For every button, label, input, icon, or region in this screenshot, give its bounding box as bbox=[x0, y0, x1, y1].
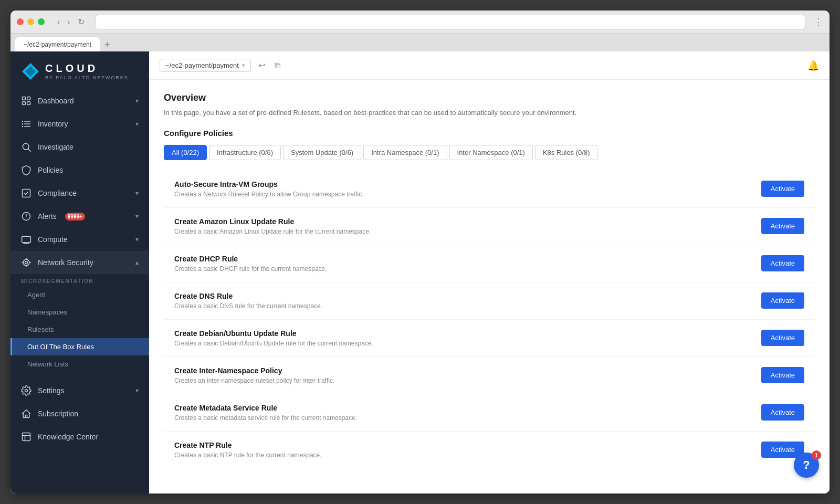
tab-inter-namespace[interactable]: Inter Namespace (0/1) bbox=[449, 145, 533, 160]
tab-all[interactable]: All (0/22) bbox=[164, 145, 207, 160]
rules-list: Auto-Secure Intra-VM Groups Creates a Ne… bbox=[164, 171, 815, 468]
rule-info: Auto-Secure Intra-VM Groups Creates a Ne… bbox=[174, 180, 364, 198]
app-container: CLOUD BY PALO ALTO NETWORKS Dashboard ▾ … bbox=[10, 51, 830, 494]
sidebar-item-compliance[interactable]: Compliance ▾ bbox=[10, 182, 149, 205]
svg-rect-31 bbox=[23, 433, 30, 441]
sidebar-item-label: Inventory bbox=[38, 120, 68, 128]
rule-title: Create Metadata Service Rule bbox=[174, 404, 357, 412]
sidebar-sub-item-out-of-the-box-rules[interactable]: Out Of The Box Rules bbox=[10, 338, 149, 355]
rule-title: Auto-Secure Intra-VM Groups bbox=[174, 180, 364, 188]
forward-button[interactable]: › bbox=[65, 16, 72, 28]
rule-description: Creates a basic DNS rule for the current… bbox=[174, 302, 322, 310]
sidebar-item-compute[interactable]: Compute ▾ bbox=[10, 228, 149, 251]
rule-description: Creates a basic NTP rule for the current… bbox=[174, 452, 322, 459]
sidebar: CLOUD BY PALO ALTO NETWORKS Dashboard ▾ … bbox=[10, 51, 149, 494]
sidebar-item-label: Network Security bbox=[38, 258, 93, 267]
tab-label: ~/ec2-payment/payment bbox=[24, 41, 91, 48]
sidebar-item-subscription[interactable]: Subscription bbox=[10, 402, 149, 425]
sidebar-item-label: Subscription bbox=[38, 410, 78, 418]
chevron-down-icon: ▾ bbox=[135, 387, 139, 394]
rule-description: Creates a basic metadata service rule fo… bbox=[174, 414, 357, 422]
sidebar-sub-item-rulesets[interactable]: Rulesets bbox=[10, 321, 149, 338]
rule-description: Creates an inter-namespace ruleset polic… bbox=[174, 377, 334, 384]
svg-point-24 bbox=[25, 261, 28, 264]
chevron-down-icon: ▾ bbox=[135, 97, 139, 104]
rule-title: Create NTP Rule bbox=[174, 441, 322, 449]
tab-intra-namespace[interactable]: Intra Namespace (0/1) bbox=[363, 145, 447, 160]
back-button[interactable]: ‹ bbox=[55, 16, 62, 28]
sidebar-item-alerts[interactable]: Alerts 9999+ ▾ bbox=[10, 205, 149, 228]
sidebar-item-label: Policies bbox=[38, 166, 63, 174]
rule-title: Create DHCP Rule bbox=[174, 255, 327, 263]
refresh-button[interactable]: ↻ bbox=[76, 16, 87, 28]
rule-description: Creates a basic Debian/Ubuntu Update rul… bbox=[174, 340, 373, 347]
svg-point-9 bbox=[22, 121, 24, 122]
minimize-dot[interactable] bbox=[27, 18, 34, 25]
address-bar bbox=[95, 15, 805, 29]
svg-rect-2 bbox=[23, 97, 26, 100]
new-tab-button[interactable]: + bbox=[100, 39, 114, 50]
activate-button-metadata-service[interactable]: Activate bbox=[761, 404, 804, 421]
tab-infrastructure[interactable]: Infrastructure (0/6) bbox=[209, 145, 281, 160]
tab-system-update[interactable]: System Update (0/6) bbox=[283, 145, 361, 160]
undo-button[interactable]: ↩ bbox=[256, 58, 267, 72]
help-badge: 1 bbox=[812, 450, 821, 460]
window-controls bbox=[17, 18, 45, 25]
activate-button-inter-namespace[interactable]: Activate bbox=[761, 367, 804, 383]
activate-button-debian-ubuntu[interactable]: Activate bbox=[761, 330, 804, 346]
rule-item-metadata-service: Create Metadata Service Rule Creates a b… bbox=[164, 394, 815, 432]
activate-button-dns[interactable]: Activate bbox=[761, 292, 804, 309]
activate-button-dhcp[interactable]: Activate bbox=[761, 255, 804, 271]
microsegmentation-label: MICROSEGMENTATION bbox=[10, 274, 149, 286]
sidebar-item-label: Knowledge Center bbox=[38, 433, 98, 441]
chevron-down-icon: ▾ bbox=[135, 120, 139, 128]
activate-button-amazon-linux[interactable]: Activate bbox=[761, 218, 804, 234]
rule-item-inter-namespace: Create Inter-Namespace Policy Creates an… bbox=[164, 357, 815, 394]
sidebar-item-label: Compute bbox=[38, 235, 68, 244]
rule-item-dns: Create DNS Rule Creates a basic DNS rule… bbox=[164, 282, 815, 320]
path-selector[interactable]: ~/ec2-payment/payment ▾ bbox=[160, 59, 251, 72]
rule-info: Create Debian/Ubuntu Update Rule Creates… bbox=[174, 329, 373, 347]
sidebar-item-inventory[interactable]: Inventory ▾ bbox=[10, 112, 149, 135]
inventory-icon bbox=[21, 119, 32, 129]
rule-info: Create Metadata Service Rule Creates a b… bbox=[174, 404, 357, 422]
chevron-down-icon: ▾ bbox=[135, 236, 139, 243]
maximize-dot[interactable] bbox=[38, 18, 45, 25]
svg-rect-5 bbox=[27, 102, 30, 105]
rule-description: Creates a basic DHCP rule for the curren… bbox=[174, 265, 327, 272]
browser-tab[interactable]: ~/ec2-payment/payment bbox=[15, 37, 100, 51]
sidebar-item-policies[interactable]: Policies bbox=[10, 159, 149, 182]
policies-icon bbox=[21, 165, 32, 175]
svg-point-30 bbox=[25, 390, 28, 392]
tab-k8s-rules[interactable]: K8s Rules (0/8) bbox=[535, 145, 598, 160]
svg-point-10 bbox=[22, 123, 24, 125]
compliance-icon bbox=[21, 188, 32, 198]
close-dot[interactable] bbox=[17, 18, 24, 25]
investigate-icon bbox=[21, 142, 32, 152]
network-security-icon bbox=[21, 257, 32, 268]
rule-description: Creates a Network Ruleset Policy to allo… bbox=[174, 191, 364, 198]
configure-policies-title: Configure Policies bbox=[164, 129, 815, 138]
sidebar-item-dashboard[interactable]: Dashboard ▾ bbox=[10, 89, 149, 112]
svg-point-25 bbox=[23, 259, 29, 266]
notification-bell-button[interactable]: 🔔 bbox=[807, 60, 819, 71]
sidebar-sub-item-network-lists[interactable]: Network Lists bbox=[10, 355, 149, 373]
svg-point-11 bbox=[22, 126, 24, 128]
logo-title: CLOUD bbox=[45, 62, 129, 75]
sidebar-sub-item-namespaces[interactable]: Namespaces bbox=[10, 303, 149, 321]
sidebar-item-network-security[interactable]: Network Security ▴ bbox=[10, 251, 149, 274]
sidebar-item-knowledge-center[interactable]: Knowledge Center bbox=[10, 425, 149, 448]
sidebar-item-investigate[interactable]: Investigate bbox=[10, 135, 149, 159]
browser-more-button[interactable]: ⋮ bbox=[814, 16, 823, 28]
dashboard-icon bbox=[21, 96, 32, 106]
knowledge-center-icon bbox=[21, 432, 32, 442]
policy-tabs: All (0/22) Infrastructure (0/6) System U… bbox=[164, 145, 815, 160]
chevron-down-icon: ▾ bbox=[135, 190, 139, 197]
sidebar-item-settings[interactable]: Settings ▾ bbox=[10, 379, 149, 402]
copy-button[interactable]: ⧉ bbox=[272, 59, 282, 72]
svg-point-19 bbox=[26, 218, 27, 218]
rule-info: Create DHCP Rule Creates a basic DHCP ru… bbox=[174, 255, 327, 272]
activate-button-auto-secure-intra-vm[interactable]: Activate bbox=[761, 181, 804, 197]
sidebar-sub-item-agent[interactable]: Agent bbox=[10, 286, 149, 303]
help-button[interactable]: 1 ? bbox=[794, 453, 819, 478]
